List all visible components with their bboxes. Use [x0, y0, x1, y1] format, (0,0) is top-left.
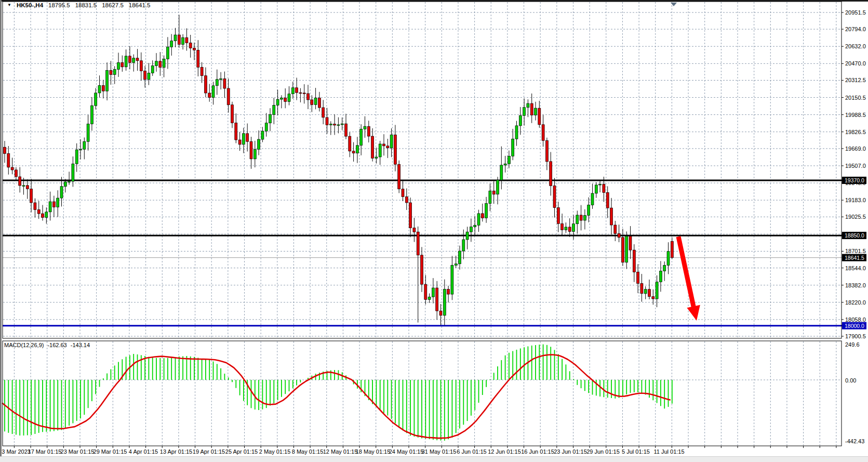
candle-body	[530, 103, 533, 115]
candle-body	[538, 108, 541, 125]
candle-body	[68, 181, 71, 182]
candle-body	[364, 126, 366, 129]
candle-body	[22, 186, 25, 187]
candle-body	[189, 43, 192, 48]
candle-body	[106, 70, 109, 91]
candle-body	[394, 135, 396, 165]
candle-body	[367, 126, 370, 136]
candle-body	[640, 283, 643, 294]
candle-body	[485, 204, 488, 218]
candle-body	[379, 144, 381, 157]
candle-body	[383, 144, 385, 146]
candle-body	[174, 35, 177, 41]
chart-shift-marker-icon	[671, 3, 677, 6]
candle-body	[580, 215, 582, 220]
candle-body	[390, 135, 393, 148]
candle-body	[102, 86, 104, 91]
candle-body	[561, 223, 564, 230]
candle-body	[439, 311, 442, 315]
candle-body	[170, 41, 173, 47]
candle-body	[19, 177, 21, 186]
candle-body	[515, 126, 518, 139]
chevron-down-icon[interactable]: ▼	[7, 3, 11, 7]
candle-body	[477, 214, 480, 226]
candle-body	[545, 140, 548, 162]
candle-body	[451, 265, 453, 294]
candle-body	[117, 62, 120, 69]
candle-body	[193, 48, 196, 50]
candle-body	[519, 115, 522, 126]
candle-body	[360, 129, 363, 145]
date-label: 13 Apr 01:15	[160, 448, 192, 455]
candle-body	[166, 47, 169, 59]
candle-body	[618, 233, 620, 237]
candle-body	[269, 114, 272, 123]
candle-body	[417, 232, 419, 255]
candle-body	[659, 271, 662, 282]
price-tick-label: 18058.0	[845, 316, 866, 323]
candle-body	[603, 184, 605, 192]
price-tick-label: 17900.5	[845, 333, 866, 339]
candle-body	[447, 289, 450, 295]
candle-body	[557, 208, 559, 224]
candle-body	[95, 93, 97, 105]
date-label: 5 Jul 01:15	[622, 448, 650, 455]
price-badge-label: 19370.0	[845, 177, 864, 183]
candle-body	[223, 79, 226, 89]
candle-body	[462, 240, 465, 251]
candle-body	[535, 108, 537, 115]
candle-body	[273, 105, 275, 115]
candle-body	[633, 250, 635, 272]
candle-body	[337, 125, 340, 126]
candle-body	[220, 79, 222, 80]
candle-body	[227, 88, 230, 105]
price-tick-label: 19507.0	[845, 163, 866, 169]
candle-body	[246, 134, 249, 141]
candle-body	[265, 123, 268, 131]
candle-body	[178, 35, 180, 44]
candle-body	[474, 225, 476, 227]
candle-body	[576, 215, 579, 224]
candle-body	[587, 205, 590, 215]
price-badge-label: 18641.5	[845, 255, 864, 261]
candle-body	[201, 67, 203, 75]
candle-body	[204, 76, 207, 93]
candle-body	[459, 251, 461, 264]
date-label: 29 Mar 01:15	[94, 448, 127, 455]
candle-body	[132, 58, 135, 63]
candle-body	[83, 141, 86, 149]
candle-body	[663, 266, 666, 271]
candle-body	[60, 187, 63, 198]
close-value: 18641.5	[129, 2, 151, 8]
candle-body	[565, 227, 567, 230]
candle-body	[542, 125, 544, 141]
date-label: 13 Mar 2023	[0, 448, 31, 455]
candle-body	[629, 236, 632, 250]
candle-body	[436, 288, 438, 311]
candle-body	[595, 185, 597, 193]
candle-body	[402, 189, 404, 197]
candle-body	[341, 124, 343, 125]
candle-body	[7, 153, 10, 167]
macd-axis-min: -442.43	[845, 438, 864, 444]
price-tick-label: 20312.5	[845, 77, 866, 83]
candle-body	[583, 216, 586, 221]
candle-body	[326, 117, 328, 125]
candle-body	[64, 182, 66, 187]
macd-signal-value: -143.14	[71, 342, 90, 348]
candle-body	[121, 62, 124, 67]
candle-body	[280, 98, 283, 100]
candle-body	[136, 58, 139, 61]
price-tick-label: 18701.5	[845, 248, 866, 254]
date-label: 31 May 01:15	[422, 448, 457, 455]
candle-body	[291, 88, 294, 94]
candle-body	[621, 237, 624, 262]
candle-body	[667, 252, 670, 266]
price-tick-label: 19826.5	[845, 129, 866, 135]
candle-body	[34, 203, 36, 209]
candle-body	[37, 209, 40, 214]
candle-body	[75, 150, 78, 164]
candle-body	[591, 193, 594, 205]
candle-body	[352, 151, 355, 153]
macd-signal-line	[3, 355, 670, 439]
